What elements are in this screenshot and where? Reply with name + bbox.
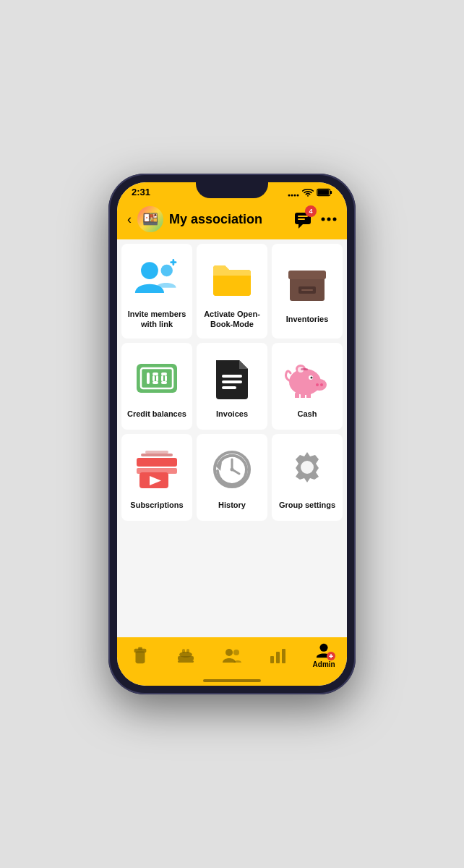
battery-icon xyxy=(317,188,332,197)
svg-rect-35 xyxy=(222,375,242,378)
nav-item-stats[interactable] xyxy=(260,646,296,665)
svg-rect-73 xyxy=(276,652,280,663)
svg-rect-34 xyxy=(165,375,167,381)
home-bar xyxy=(203,679,261,682)
grid-item-credit-balances[interactable]: Credit balances xyxy=(121,343,192,430)
piggy-icon xyxy=(284,355,330,401)
avatar: 🍱 xyxy=(137,206,163,232)
folder-icon xyxy=(209,255,255,302)
svg-rect-50 xyxy=(137,458,177,467)
svg-point-1 xyxy=(291,194,293,196)
status-bar: 2:31 xyxy=(117,182,347,200)
svg-rect-6 xyxy=(330,190,332,193)
grid-item-invoices[interactable]: Invoices xyxy=(197,343,267,430)
svg-rect-31 xyxy=(161,373,167,375)
svg-rect-7 xyxy=(318,190,329,195)
svg-rect-18 xyxy=(172,259,174,265)
svg-point-16 xyxy=(160,265,172,276)
group-settings-label: Group settings xyxy=(279,500,335,510)
status-icons xyxy=(288,188,332,197)
svg-point-2 xyxy=(294,194,296,196)
svg-rect-74 xyxy=(282,649,285,663)
svg-point-0 xyxy=(288,194,291,196)
svg-rect-67 xyxy=(178,660,194,663)
grid-item-group-settings[interactable]: Group settings xyxy=(272,434,343,521)
svg-rect-33 xyxy=(161,375,163,381)
header-actions: 4 xyxy=(293,210,337,229)
header: ‹ 🍱 My association 4 xyxy=(117,200,347,239)
svg-rect-21 xyxy=(288,271,326,279)
svg-point-40 xyxy=(316,383,319,386)
more-options-icon[interactable] xyxy=(321,211,337,227)
svg-point-61 xyxy=(301,461,314,474)
history-label: History xyxy=(218,500,246,510)
admin-icon-wrap xyxy=(315,642,332,659)
svg-point-71 xyxy=(233,650,239,655)
nav-item-people[interactable] xyxy=(214,647,250,664)
admin-badge xyxy=(327,652,335,660)
archive-icon xyxy=(284,260,330,307)
home-indicator xyxy=(117,676,347,686)
phone-screen: 2:31 xyxy=(117,182,347,686)
invoices-label: Invoices xyxy=(216,409,248,419)
status-time: 2:31 xyxy=(132,187,150,197)
grid-item-subscriptions[interactable]: Subscriptions xyxy=(121,434,192,521)
activate-open-book-label: Activate Open-Book-Mode xyxy=(202,309,262,330)
svg-point-41 xyxy=(320,383,323,386)
invoice-icon xyxy=(209,355,255,401)
svg-rect-62 xyxy=(135,651,145,663)
svg-point-12 xyxy=(322,218,325,221)
grid-item-cash[interactable]: Cash xyxy=(272,343,343,430)
phone-frame: 2:31 xyxy=(108,174,356,694)
svg-rect-68 xyxy=(182,649,185,653)
credit-balances-label: Credit balances xyxy=(127,409,186,419)
svg-rect-19 xyxy=(213,273,251,296)
admin-label: Admin xyxy=(313,660,335,668)
stats-icon xyxy=(269,646,288,665)
svg-point-4 xyxy=(307,195,309,196)
bottom-nav: Admin xyxy=(117,637,347,676)
grid-item-invite-members[interactable]: Invite members with link xyxy=(121,244,192,339)
subscription-icon xyxy=(134,446,180,493)
notification-button[interactable]: 4 xyxy=(293,210,312,229)
svg-rect-54 xyxy=(141,454,173,456)
grid-item-history[interactable]: History xyxy=(197,434,267,521)
invite-members-label: Invite members with link xyxy=(127,309,186,330)
header-title: My association xyxy=(169,212,288,227)
svg-rect-36 xyxy=(222,380,242,383)
credit-icon xyxy=(134,355,180,401)
svg-rect-64 xyxy=(138,647,142,650)
nav-item-drinks[interactable] xyxy=(122,646,158,665)
svg-marker-9 xyxy=(298,224,303,229)
grid-item-inventories[interactable]: Inventories xyxy=(272,244,343,339)
svg-point-60 xyxy=(231,468,234,472)
nav-item-admin[interactable]: Admin xyxy=(306,642,342,668)
svg-rect-30 xyxy=(156,375,158,381)
svg-point-13 xyxy=(327,218,331,221)
svg-rect-29 xyxy=(152,375,155,381)
back-button[interactable]: ‹ xyxy=(127,212,132,227)
drink-icon xyxy=(132,646,148,665)
nav-item-food[interactable] xyxy=(168,646,204,665)
wifi-icon xyxy=(302,188,314,197)
svg-rect-27 xyxy=(152,373,158,375)
subscriptions-label: Subscriptions xyxy=(130,500,183,510)
svg-rect-47 xyxy=(295,392,299,398)
svg-point-3 xyxy=(297,194,299,196)
main-content: Invite members with link Activate Open-B… xyxy=(117,239,347,637)
svg-rect-49 xyxy=(306,392,311,398)
grid: Invite members with link Activate Open-B… xyxy=(121,244,343,521)
notification-badge: 4 xyxy=(305,205,317,217)
svg-rect-32 xyxy=(161,381,167,384)
food-icon xyxy=(176,646,195,665)
history-icon xyxy=(209,446,255,493)
cash-label: Cash xyxy=(298,409,317,419)
svg-point-15 xyxy=(141,262,158,279)
grid-item-activate-open-book[interactable]: Activate Open-Book-Mode xyxy=(197,244,267,339)
svg-rect-46 xyxy=(301,368,308,370)
svg-rect-66 xyxy=(179,652,192,658)
add-user-icon xyxy=(134,255,180,302)
svg-rect-10 xyxy=(298,216,308,217)
svg-point-75 xyxy=(320,644,328,652)
svg-rect-26 xyxy=(147,373,150,384)
